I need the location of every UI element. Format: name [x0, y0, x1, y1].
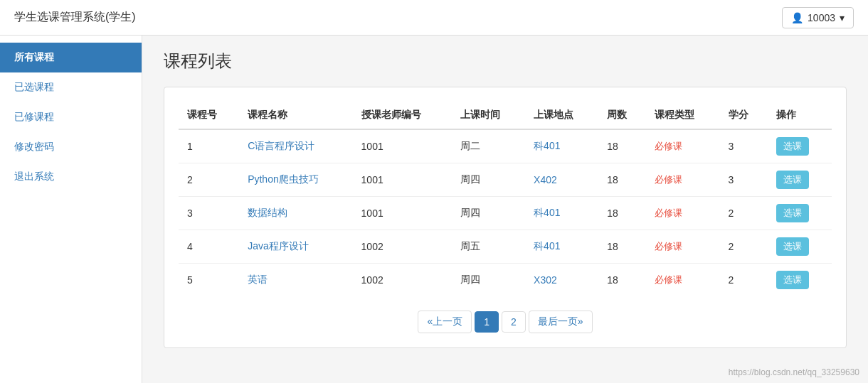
cell-weeks: 18 — [598, 129, 646, 163]
cell-type: 必修课 — [646, 129, 719, 163]
cell-name: Java程序设计 — [239, 230, 352, 264]
cell-weeks: 18 — [598, 197, 646, 230]
select-course-button[interactable]: 选课 — [776, 171, 809, 189]
sidebar-item-logout[interactable]: 退出系统 — [0, 162, 142, 192]
main-layout: 所有课程 已选课程 已修课程 修改密码 退出系统 课程列表 课程号 课程名称 授… — [0, 36, 868, 383]
watermark: https://blog.csdn.net/qq_33259630 — [729, 367, 859, 377]
cell-action[interactable]: 选课 — [768, 163, 832, 197]
col-header-credits: 学分 — [720, 102, 768, 129]
cell-type: 必修课 — [646, 264, 719, 297]
cell-name: Python爬虫技巧 — [239, 163, 352, 197]
header: 学生选课管理系统(学生) 👤 10003 ▾ — [0, 0, 868, 36]
cell-location: 科401 — [525, 197, 598, 230]
app-title: 学生选课管理系统(学生) — [14, 10, 136, 25]
user-label: 10003 — [808, 12, 835, 23]
cell-id: 5 — [179, 264, 239, 297]
sidebar-item-selected-courses[interactable]: 已选课程 — [0, 72, 142, 102]
prev-page-button[interactable]: «上一页 — [418, 311, 472, 333]
table-row: 5 英语 1002 周四 X302 18 必修课 2 选课 — [179, 264, 832, 297]
cell-name: 数据结构 — [239, 197, 352, 230]
cell-credits: 2 — [720, 230, 768, 264]
cell-teacher: 1001 — [353, 163, 452, 197]
last-page-button[interactable]: 最后一页» — [529, 311, 593, 333]
cell-type: 必修课 — [646, 230, 719, 264]
col-header-location: 上课地点 — [525, 102, 598, 129]
col-header-teacher: 授课老师编号 — [353, 102, 452, 129]
cell-time: 周四 — [452, 163, 525, 197]
table-row: 3 数据结构 1001 周四 科401 18 必修课 2 选课 — [179, 197, 832, 230]
page-button-1[interactable]: 1 — [475, 311, 499, 333]
cell-time: 周二 — [452, 129, 525, 163]
page-title: 课程列表 — [164, 50, 847, 72]
table-row: 4 Java程序设计 1002 周五 科401 18 必修课 2 选课 — [179, 230, 832, 264]
dropdown-arrow-icon: ▾ — [840, 12, 845, 23]
sidebar-item-all-courses[interactable]: 所有课程 — [0, 43, 142, 72]
select-course-button[interactable]: 选课 — [776, 204, 809, 222]
cell-name: 英语 — [239, 264, 352, 297]
col-header-id: 课程号 — [179, 102, 239, 129]
cell-action[interactable]: 选课 — [768, 129, 832, 163]
cell-credits: 3 — [720, 163, 768, 197]
cell-location: 科401 — [525, 129, 598, 163]
col-header-time: 上课时间 — [452, 102, 525, 129]
cell-teacher: 1001 — [353, 129, 452, 163]
table-card: 课程号 课程名称 授课老师编号 上课时间 上课地点 周数 课程类型 学分 操作 … — [164, 87, 847, 348]
user-icon: 👤 — [791, 12, 803, 23]
cell-credits: 2 — [720, 197, 768, 230]
sidebar-item-completed-courses[interactable]: 已修课程 — [0, 102, 142, 132]
cell-location: 科401 — [525, 230, 598, 264]
select-course-button[interactable]: 选课 — [776, 237, 809, 256]
cell-id: 2 — [179, 163, 239, 197]
sidebar-item-change-password[interactable]: 修改密码 — [0, 132, 142, 162]
cell-weeks: 18 — [598, 264, 646, 297]
cell-id: 3 — [179, 197, 239, 230]
cell-location: X302 — [525, 264, 598, 297]
page-button-2[interactable]: 2 — [502, 311, 526, 333]
col-header-action: 操作 — [768, 102, 832, 129]
cell-credits: 2 — [720, 264, 768, 297]
cell-name: C语言程序设计 — [239, 129, 352, 163]
table-row: 2 Python爬虫技巧 1001 周四 X402 18 必修课 3 选课 — [179, 163, 832, 197]
cell-type: 必修课 — [646, 163, 719, 197]
cell-id: 4 — [179, 230, 239, 264]
col-header-weeks: 周数 — [598, 102, 646, 129]
cell-time: 周五 — [452, 230, 525, 264]
cell-teacher: 1001 — [353, 197, 452, 230]
cell-action[interactable]: 选课 — [768, 197, 832, 230]
cell-location: X402 — [525, 163, 598, 197]
col-header-type: 课程类型 — [646, 102, 719, 129]
cell-time: 周四 — [452, 197, 525, 230]
cell-id: 1 — [179, 129, 239, 163]
cell-credits: 3 — [720, 129, 768, 163]
pagination: «上一页 1 2 最后一页» — [179, 311, 832, 333]
cell-teacher: 1002 — [353, 264, 452, 297]
table-header-row: 课程号 课程名称 授课老师编号 上课时间 上课地点 周数 课程类型 学分 操作 — [179, 102, 832, 129]
select-course-button[interactable]: 选课 — [776, 137, 809, 156]
cell-teacher: 1002 — [353, 230, 452, 264]
cell-time: 周四 — [452, 264, 525, 297]
content-area: 课程列表 课程号 课程名称 授课老师编号 上课时间 上课地点 周数 课程类型 学… — [142, 36, 868, 383]
cell-type: 必修课 — [646, 197, 719, 230]
courses-table: 课程号 课程名称 授课老师编号 上课时间 上课地点 周数 课程类型 学分 操作 … — [179, 102, 832, 296]
select-course-button[interactable]: 选课 — [776, 271, 809, 289]
cell-action[interactable]: 选课 — [768, 230, 832, 264]
table-row: 1 C语言程序设计 1001 周二 科401 18 必修课 3 选课 — [179, 129, 832, 163]
user-dropdown-button[interactable]: 👤 10003 ▾ — [782, 7, 854, 28]
cell-weeks: 18 — [598, 230, 646, 264]
sidebar: 所有课程 已选课程 已修课程 修改密码 退出系统 — [0, 36, 142, 383]
cell-weeks: 18 — [598, 163, 646, 197]
cell-action[interactable]: 选课 — [768, 264, 832, 297]
col-header-name: 课程名称 — [239, 102, 352, 129]
